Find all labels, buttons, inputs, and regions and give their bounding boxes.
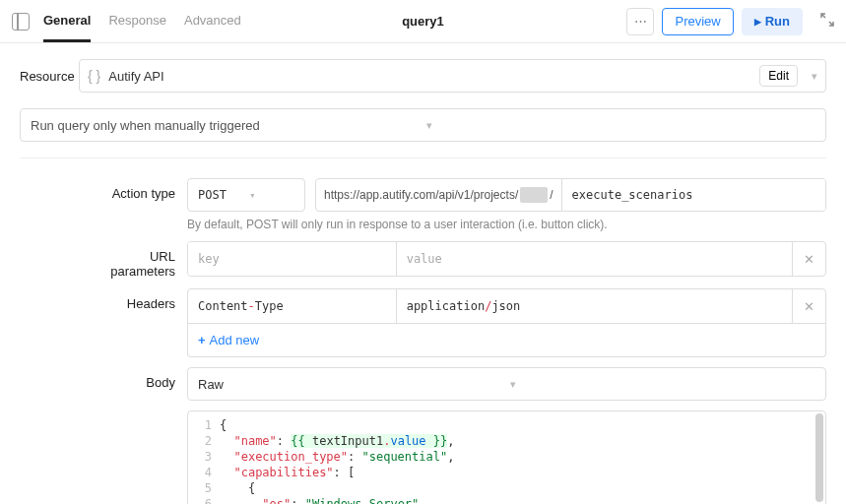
action-hint: By default, POST will only run in respon… [187,218,826,231]
body-label: Body [89,367,187,390]
body-type-select[interactable]: Raw ▾ [187,367,826,401]
chevron-down-icon: ▾ [249,189,294,202]
api-icon: { } [88,68,100,84]
headers-label: Headers [89,288,187,311]
play-icon: ▶ [754,17,761,27]
tab-general[interactable]: General [43,1,91,42]
header-value-input[interactable]: application/json [397,289,792,323]
edit-resource-button[interactable]: Edit [759,65,798,87]
expand-icon[interactable] [820,13,834,30]
resource-label: Resource [20,69,79,84]
resource-name: Autify API [108,69,751,84]
url-path-input[interactable] [561,179,825,211]
http-method-select[interactable]: POST ▾ [187,178,305,212]
add-header-button[interactable]: +Add new [187,324,826,357]
run-button[interactable]: ▶Run [742,8,803,35]
trigger-mode-select[interactable]: Run query only when manually triggered ▾ [20,108,826,142]
tab-response[interactable]: Response [108,1,166,41]
chevron-down-icon: ▾ [812,70,817,83]
query-name[interactable]: query1 [402,14,444,29]
url-base: https://app.autify.com/api/v1/projects// [316,179,561,211]
resource-select[interactable]: { } Autify API Edit ▾ [79,59,826,93]
delete-header-button[interactable]: ✕ [792,289,825,323]
chevron-down-icon: ▾ [426,119,816,132]
scrollbar[interactable] [815,413,823,502]
sidebar-toggle-icon[interactable] [12,13,30,31]
more-button[interactable]: ⋯ [626,8,654,35]
action-type-label: Action type [89,178,187,201]
header-key-input[interactable]: Content-Type [188,289,397,323]
chevron-down-icon: ▾ [510,378,816,391]
url-params-label: URL parameters [89,241,187,279]
body-code-editor[interactable]: 1{ 2 "name": {{ textInput1.value }}, 3 "… [187,410,826,504]
url-param-value-input[interactable] [397,242,792,276]
tab-advanced[interactable]: Advanced [184,1,241,41]
masked-project-id [520,187,548,203]
url-param-key-input[interactable] [188,242,397,276]
delete-param-button[interactable]: ✕ [792,242,825,276]
preview-button[interactable]: Preview [662,8,733,35]
